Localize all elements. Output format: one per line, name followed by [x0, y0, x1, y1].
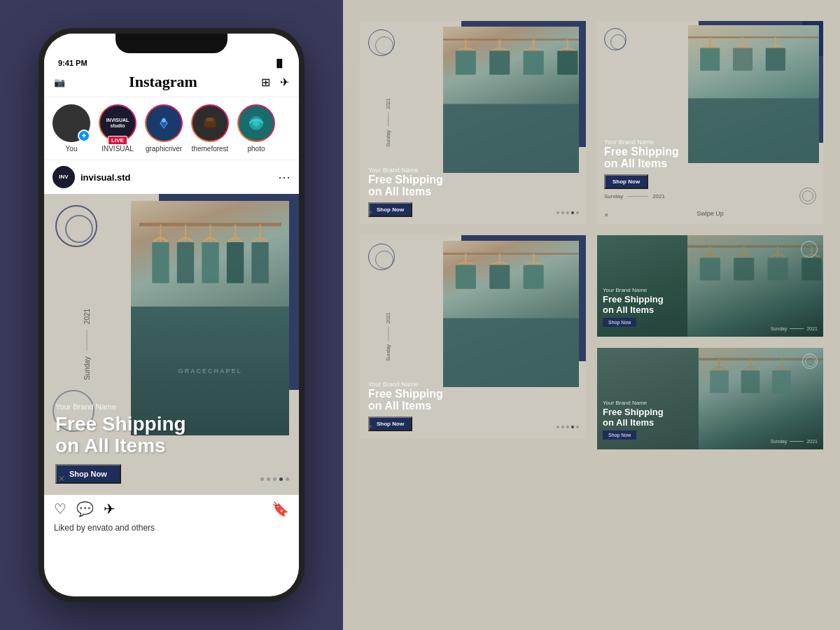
land2-text: Your Brand Name Free Shipping on All Ite…	[603, 354, 722, 444]
card1-x: ✕	[368, 209, 373, 216]
post-headline-2: on All Items	[55, 435, 288, 457]
post-side-text: Sunday 2021	[83, 309, 91, 380]
card3-side-text: Sunday 2021	[386, 312, 391, 360]
template-landscape-dark-2: Your Brand Name Free Shipping on All Ite…	[597, 348, 823, 449]
card1-dots	[556, 211, 579, 214]
card3-x: ✕	[368, 424, 373, 430]
post-more-icon[interactable]: ⋯	[278, 169, 290, 185]
bookmark-icon[interactable]: 🔖	[272, 500, 289, 517]
post-sunday: Sunday	[83, 356, 91, 380]
card3-brand: Your Brand Name	[368, 381, 578, 388]
card1-circle2	[375, 36, 393, 55]
card1-shop-button[interactable]: Shop Now	[368, 202, 412, 217]
story-item-themeforest[interactable]: themeforest	[191, 104, 229, 153]
card2-sunday: Sunday	[604, 193, 623, 200]
card2-shop-button[interactable]: Shop Now	[604, 174, 648, 189]
svg-rect-36	[456, 265, 476, 288]
ig-header: 📷 Instagram ⊞ ✈	[44, 70, 299, 97]
svg-rect-2	[206, 118, 214, 121]
svg-rect-28	[700, 48, 720, 70]
land2-year: 2021	[806, 439, 818, 444]
land2-circle-inner	[805, 356, 816, 367]
post-shop-button[interactable]: Shop Now	[55, 464, 121, 484]
svg-rect-20	[489, 50, 510, 74]
post-x-mark: ✕	[58, 474, 65, 484]
story-avatar-photo	[237, 104, 275, 142]
svg-rect-38	[489, 265, 510, 288]
land1-headline2: on All Items	[603, 305, 722, 315]
card2-headline1: Free Shipping	[604, 146, 816, 158]
card1-brand: Your Brand Name	[368, 167, 578, 174]
story-item-graphicriver[interactable]: graphicriver	[145, 104, 183, 153]
share-icon[interactable]: ✈	[104, 500, 115, 517]
post-username: invisual.std	[80, 172, 131, 183]
land2-headline1: Free Shipping	[603, 407, 722, 417]
c1d1	[556, 211, 559, 214]
circle-inner	[65, 215, 93, 243]
land1-shop-button[interactable]: Shop Now	[603, 318, 636, 327]
card3-text: Your Brand Name Free Shipping on All Ite…	[360, 374, 586, 438]
left-panel: 9:41 PM ▐▌ 📷 Instagram ⊞ ✈ +	[0, 0, 343, 630]
land1-brand: Your Brand Name	[603, 287, 722, 293]
dot-1	[260, 477, 264, 481]
card3-clothes	[443, 241, 579, 387]
story-item-you[interactable]: + You	[52, 104, 90, 153]
story-item-photo[interactable]: photo	[237, 104, 275, 153]
svg-rect-11	[202, 242, 218, 284]
story-add-btn[interactable]: +	[78, 130, 90, 142]
dot-2	[267, 477, 270, 481]
story-label-themeforest: themeforest	[192, 145, 229, 153]
dot-3	[273, 477, 276, 481]
card3-headline1: Free Shipping	[368, 388, 578, 400]
card3-shop-button[interactable]: Shop Now	[368, 416, 412, 431]
hangers-container	[139, 213, 281, 307]
card2-brand: Your Brand Name	[604, 139, 816, 146]
story-item-invisual[interactable]: INVISUALstudio LIVE INVISUAL	[99, 104, 136, 153]
story-label-graphicriver: graphicriver	[146, 145, 182, 153]
svg-rect-7	[152, 242, 169, 284]
svg-rect-32	[766, 48, 785, 70]
live-badge: LIVE	[108, 136, 127, 145]
card2-year: 2021	[652, 193, 665, 200]
land1-sunday: Sunday	[771, 326, 788, 331]
post-header: INV invisual.std ⋯	[44, 160, 299, 194]
story-avatar-graphicriver	[145, 104, 183, 142]
land1-text: Your Brand Name Free Shipping on All Ite…	[603, 241, 722, 331]
land2-sunday: Sunday	[771, 439, 788, 444]
story-label-photo: photo	[247, 145, 265, 153]
phone-screen: 9:41 PM ▐▌ 📷 Instagram ⊞ ✈ +	[44, 34, 299, 596]
svg-point-4	[253, 120, 260, 127]
story-avatar-invisual: INVISUALstudio LIVE	[99, 104, 136, 142]
ig-header-icons: ⊞ ✈	[261, 76, 289, 89]
ig-stories: + You INVISUALstudio LIVE INVISUAL	[44, 97, 299, 160]
reels-icon[interactable]: ⊞	[261, 76, 270, 89]
dm-icon[interactable]: ✈	[280, 76, 289, 89]
story-avatar-themeforest	[191, 104, 229, 142]
comment-icon[interactable]: 💬	[76, 500, 94, 517]
ig-actions: ♡ 💬 ✈ 🔖	[44, 495, 299, 523]
heart-icon[interactable]: ♡	[54, 500, 66, 517]
template-post-card-2: Sunday 2021 Your Brand Name Free Shippin…	[360, 235, 586, 438]
card1-headline1: Free Shipping	[368, 174, 578, 186]
story-label-invisual: INVISUAL	[102, 145, 134, 153]
svg-rect-46	[734, 258, 754, 280]
card2-circle-inner-end	[802, 190, 813, 202]
card1-sunday: Sunday	[386, 130, 391, 147]
land1-year: 2021	[806, 326, 818, 331]
card2-bottom-info: Sunday 2021	[604, 188, 816, 204]
land2-shop-button[interactable]: Shop Now	[603, 430, 636, 440]
card1-headline2: on All Items	[368, 186, 578, 198]
svg-rect-18	[456, 50, 476, 74]
camera-icon[interactable]: 📷	[54, 77, 65, 88]
story-label-you: You	[66, 145, 78, 153]
card2-headline2: on All Items	[604, 158, 816, 170]
land2-brand: Your Brand Name	[603, 400, 722, 406]
dot-4	[279, 477, 283, 481]
svg-rect-24	[557, 50, 578, 74]
svg-rect-15	[251, 242, 268, 284]
phone-notch	[115, 34, 227, 53]
card1-clothes	[443, 27, 579, 173]
card3-line	[388, 327, 388, 341]
template-post-card: Sunday 2021 Your Brand Name Free Shippin…	[360, 21, 586, 224]
svg-rect-40	[524, 265, 544, 288]
